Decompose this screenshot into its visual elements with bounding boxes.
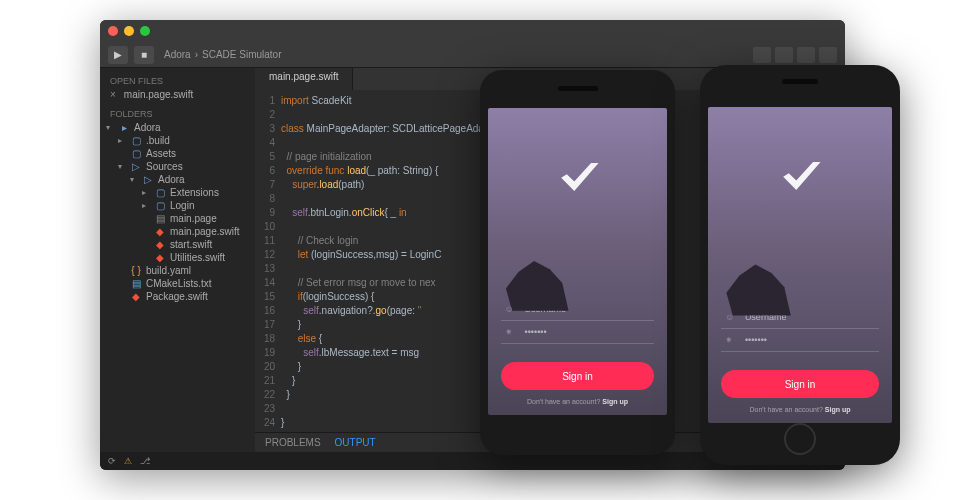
tree-folder[interactable]: ▾▷Sources — [100, 160, 255, 173]
folder-icon: ▷ — [130, 161, 142, 172]
tree-folder[interactable]: ▸▢Extensions — [100, 186, 255, 199]
chevron-right-icon: ▸ — [142, 201, 150, 210]
folder-icon: ▢ — [154, 200, 166, 211]
window-minimize-button[interactable] — [124, 26, 134, 36]
tree-file[interactable]: ◆Utilities.swift — [100, 251, 255, 264]
open-file-label: main.page.swift — [124, 89, 193, 100]
tree-file[interactable]: ◆start.swift — [100, 238, 255, 251]
status-sync-icon[interactable]: ⟳ — [108, 456, 116, 466]
signin-button[interactable]: Sign in — [501, 362, 655, 390]
breadcrumb-item[interactable]: Adora — [164, 49, 191, 60]
page-icon: ▤ — [154, 213, 166, 224]
tree-folder[interactable]: ▾▷Adora — [100, 173, 255, 186]
toolbar-layout-button[interactable] — [775, 47, 793, 63]
ios-screen: ☺Username ⁕••••••• Sign in Don't have an… — [708, 107, 892, 423]
app-logo-checkmark-icon — [772, 147, 828, 203]
chevron-down-icon: ▾ — [130, 175, 138, 184]
folder-icon: ▸ — [118, 122, 130, 133]
lock-icon: ⁕ — [725, 335, 737, 345]
tree-folder[interactable]: ▢Assets — [100, 147, 255, 160]
app-logo-checkmark-icon — [550, 148, 606, 204]
swift-icon: ◆ — [154, 226, 166, 237]
breadcrumb-item[interactable]: SCADE Simulator — [202, 49, 281, 60]
run-button[interactable]: ▶ — [108, 46, 128, 64]
toolbar-add-button[interactable] — [753, 47, 771, 63]
signup-prompt[interactable]: Don't have an account? Sign up — [750, 406, 851, 413]
status-warning-icon[interactable]: ⚠ — [124, 456, 132, 466]
close-icon[interactable]: × — [106, 89, 120, 100]
window-maximize-button[interactable] — [140, 26, 150, 36]
swift-icon: ◆ — [154, 239, 166, 250]
chevron-down-icon: ▾ — [118, 162, 126, 171]
tree-folder[interactable]: ▸▢.build — [100, 134, 255, 147]
tree-file[interactable]: { }build.yaml — [100, 264, 255, 277]
user-icon: ☺ — [725, 312, 737, 322]
chevron-right-icon: ▸ — [142, 188, 150, 197]
panel-tab-output[interactable]: OUTPUT — [335, 437, 376, 448]
chevron-down-icon: ▾ — [106, 123, 114, 132]
android-simulator: ☺Username ⁕••••••• Sign in Don't have an… — [480, 70, 675, 455]
window-close-button[interactable] — [108, 26, 118, 36]
user-icon: ☺ — [505, 304, 517, 314]
password-field[interactable]: ⁕••••••• — [501, 321, 655, 344]
ios-simulator: ☺Username ⁕••••••• Sign in Don't have an… — [700, 65, 900, 465]
sidebar: OPEN FILES × main.page.swift FOLDERS ▾▸A… — [100, 68, 255, 452]
chevron-right-icon: ▸ — [118, 136, 126, 145]
background-rock — [506, 255, 569, 310]
toolbar-panel-button[interactable] — [819, 47, 837, 63]
stop-button[interactable]: ■ — [134, 46, 154, 64]
android-screen: ☺Username ⁕••••••• Sign in Don't have an… — [488, 108, 667, 415]
breadcrumb[interactable]: Adora › SCADE Simulator — [164, 49, 282, 60]
chevron-right-icon: › — [195, 49, 198, 60]
text-file-icon: ▤ — [130, 278, 142, 289]
lock-icon: ⁕ — [505, 327, 517, 337]
signup-prompt[interactable]: Don't have an account? Sign up — [527, 398, 628, 405]
folder-icon: ▢ — [130, 135, 142, 146]
swift-icon: ◆ — [154, 252, 166, 263]
open-files-header: OPEN FILES — [100, 74, 255, 88]
open-file-item[interactable]: × main.page.swift — [100, 88, 255, 101]
swift-icon: ◆ — [130, 291, 142, 302]
tree-folder[interactable]: ▾▸Adora — [100, 121, 255, 134]
yaml-icon: { } — [130, 265, 142, 276]
editor-tab[interactable]: main.page.swift — [255, 68, 353, 90]
status-branch-icon[interactable]: ⎇ — [140, 456, 150, 466]
folder-icon: ▢ — [130, 148, 142, 159]
password-field[interactable]: ⁕••••••• — [721, 329, 879, 352]
background-rock — [726, 259, 790, 316]
toolbar-preview-button[interactable] — [797, 47, 815, 63]
window-titlebar — [100, 20, 845, 42]
tree-file[interactable]: ▤CMakeLists.txt — [100, 277, 255, 290]
panel-tab-problems[interactable]: PROBLEMS — [265, 437, 321, 448]
signin-button[interactable]: Sign in — [721, 370, 879, 398]
tree-file[interactable]: ▤main.page — [100, 212, 255, 225]
folder-icon: ▷ — [142, 174, 154, 185]
tree-file[interactable]: ◆Package.swift — [100, 290, 255, 303]
tree-file[interactable]: ◆main.page.swift — [100, 225, 255, 238]
line-gutter: 123456789101112131415161718192021222324 — [255, 90, 281, 432]
tree-folder[interactable]: ▸▢Login — [100, 199, 255, 212]
folder-icon: ▢ — [154, 187, 166, 198]
folders-header: FOLDERS — [100, 107, 255, 121]
